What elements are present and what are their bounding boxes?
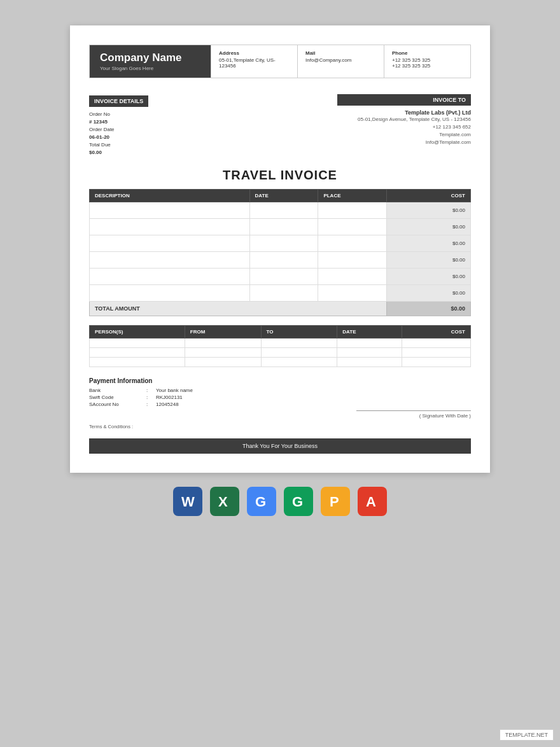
address-label: Address <box>219 50 290 56</box>
from-cell <box>185 358 261 367</box>
svg-text:W: W <box>181 494 195 510</box>
to-cell <box>261 339 337 348</box>
persons-col-from: FROM <box>185 326 261 339</box>
phone-label: Phone <box>392 50 463 56</box>
account-row: SAccount No : 12045248 <box>89 401 471 407</box>
col-date: DATE <box>249 190 318 202</box>
persons-table: PERSON(S) FROM TO DATE COST <box>89 325 471 367</box>
svg-text:A: A <box>366 494 376 510</box>
account-value: 12045248 <box>156 401 179 407</box>
desc-cell <box>90 235 250 252</box>
pdate-cell <box>337 358 402 367</box>
svg-text:G: G <box>292 494 303 510</box>
company-name: Company Name <box>100 52 200 64</box>
svg-text:G: G <box>255 494 266 510</box>
persons-col-date: DATE <box>337 326 402 339</box>
main-table-header-row: DESCRIPTION DATE PLACE COST <box>90 190 471 202</box>
persons-col-cost: COST <box>402 326 471 339</box>
invoice-to-block: INVOICE TO Template Labs (Pvt.) Ltd 05-0… <box>337 94 471 157</box>
col-place: PLACE <box>318 190 387 202</box>
date-cell <box>249 252 318 269</box>
phone-value1: +12 325 325 325 <box>392 57 463 63</box>
order-no-value: # 12345 <box>89 118 325 126</box>
template-badge: TEMPLATE.NET <box>500 729 554 741</box>
invoice-to-phone: +12 123 345 652 <box>337 123 471 131</box>
persons-table-row <box>90 339 471 348</box>
excel-icon[interactable]: X <box>210 487 239 516</box>
pcost-cell <box>402 358 471 367</box>
address-block: Address 05-01,Template City, US-123456 <box>211 45 297 78</box>
persons-table-row <box>90 358 471 367</box>
company-slogan: Your Slogan Goes Here <box>100 66 200 71</box>
desc-cell <box>90 285 250 302</box>
invoice-header: Company Name Your Slogan Goes Here Addre… <box>89 45 471 78</box>
person-cell <box>90 348 185 358</box>
bank-label: Bank <box>89 387 146 393</box>
pdate-cell <box>337 348 402 358</box>
person-cell <box>90 339 185 348</box>
persons-col-person: PERSON(S) <box>90 326 185 339</box>
word-icon[interactable]: W <box>173 487 202 516</box>
invoice-meta: INVOICE DETAILS Order No # 12345 Order D… <box>89 94 471 157</box>
pcost-cell <box>402 348 471 358</box>
order-date-value: 06-01-20 <box>89 134 325 141</box>
total-due-value: $0.00 <box>89 149 325 157</box>
date-cell <box>249 202 318 219</box>
footer-banner: Thank You For Your Business <box>89 438 471 454</box>
mail-block: Mail Info@Company.com <box>297 45 384 78</box>
total-row: TOTAL AMOUNT $0.00 <box>90 302 471 316</box>
place-cell <box>318 285 387 302</box>
bank-row: Bank : Your bank name <box>89 387 471 393</box>
total-label: TOTAL AMOUNT <box>90 302 387 316</box>
order-no-label: Order No <box>89 111 325 118</box>
persons-header-row: PERSON(S) FROM TO DATE COST <box>90 326 471 339</box>
acrobat-icon[interactable]: A <box>358 487 387 516</box>
google-docs-icon[interactable]: G <box>247 487 276 516</box>
invoice-to-email: Info@Template.com <box>337 139 471 146</box>
invoice-details-header: INVOICE DETAILS <box>89 95 148 107</box>
pdate-cell <box>337 339 402 348</box>
desc-cell <box>90 202 250 219</box>
to-cell <box>261 358 337 367</box>
signature-line: ( Signature With Date ) <box>356 410 471 419</box>
travel-invoice-title: TRAVEL INVOICE <box>89 168 471 183</box>
main-table-row: $0.00 <box>90 202 471 219</box>
account-label: SAccount No <box>89 401 146 407</box>
address-value: 05-01,Template City, US-123456 <box>219 57 276 69</box>
from-cell <box>185 339 261 348</box>
date-cell <box>249 235 318 252</box>
cost-cell: $0.00 <box>387 269 471 285</box>
order-date-label: Order Date <box>89 126 325 134</box>
main-invoice-table: DESCRIPTION DATE PLACE COST $0.00 $0.00 … <box>89 189 471 316</box>
invoice-to-header: INVOICE TO <box>337 94 471 106</box>
to-cell <box>261 348 337 358</box>
main-table-row: $0.00 <box>90 269 471 285</box>
col-description: DESCRIPTION <box>90 190 250 202</box>
swift-colon: : <box>146 394 156 400</box>
persons-col-to: TO <box>261 326 337 339</box>
place-cell <box>318 219 387 235</box>
google-sheets-icon[interactable]: G <box>284 487 313 516</box>
pages-icon[interactable]: P <box>321 487 350 516</box>
terms-conditions: Terms & Conditions : <box>89 424 471 429</box>
cost-cell: $0.00 <box>387 235 471 252</box>
company-block: Company Name Your Slogan Goes Here <box>90 45 211 78</box>
mail-label: Mail <box>305 50 376 56</box>
total-due-label: Total Due <box>89 141 325 149</box>
desc-cell <box>90 219 250 235</box>
account-colon: : <box>146 401 156 407</box>
payment-title: Payment Information <box>89 377 471 384</box>
col-cost: COST <box>387 190 471 202</box>
cost-cell: $0.00 <box>387 219 471 235</box>
invoice-document: Company Name Your Slogan Goes Here Addre… <box>70 25 490 473</box>
payment-section: Payment Information Bank : Your bank nam… <box>89 377 471 429</box>
svg-text:P: P <box>330 494 339 510</box>
main-table-row: $0.00 <box>90 219 471 235</box>
place-cell <box>318 235 387 252</box>
invoice-details-block: INVOICE DETAILS Order No # 12345 Order D… <box>89 94 325 157</box>
cost-cell: $0.00 <box>387 285 471 302</box>
invoice-to-website: Template.com <box>337 131 471 139</box>
place-cell <box>318 269 387 285</box>
phone-block: Phone +12 325 325 325 +12 325 325 325 <box>384 45 470 78</box>
cost-cell: $0.00 <box>387 252 471 269</box>
